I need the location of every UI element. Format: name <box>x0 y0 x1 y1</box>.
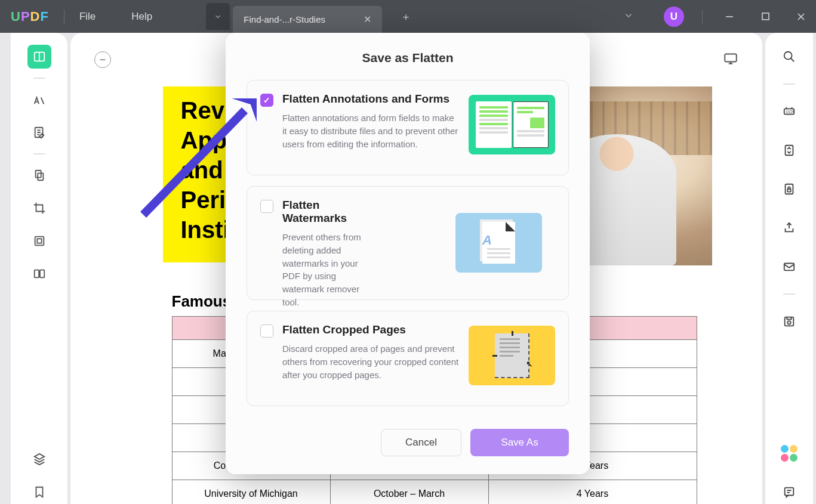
divider <box>783 293 795 295</box>
svg-rect-8 <box>35 237 44 246</box>
tab-home-button[interactable] <box>206 3 230 30</box>
user-avatar[interactable]: U <box>664 7 684 27</box>
svg-rect-19 <box>784 264 795 271</box>
notes-button[interactable] <box>777 480 801 504</box>
option-title: Flatten Cropped Pages <box>282 323 460 336</box>
svg-rect-9 <box>37 239 41 243</box>
email-button[interactable] <box>777 255 801 279</box>
tab-current[interactable]: Find-and-...r-Studies ✕ <box>233 6 382 33</box>
save-button[interactable] <box>777 310 801 333</box>
chevron-down-icon[interactable] <box>623 10 634 23</box>
svg-rect-12 <box>725 54 737 61</box>
cancel-button[interactable]: Cancel <box>381 429 461 456</box>
option-description: Flatten annotations and form fields to m… <box>282 112 460 150</box>
app-logo: UPDF <box>11 9 49 24</box>
window-minimize-button[interactable] <box>720 8 738 26</box>
left-sidebar <box>11 33 67 504</box>
tabs: Find-and-...r-Studies ✕ ＋ <box>206 0 415 33</box>
dialog-title: Save as Flatten <box>247 51 569 65</box>
svg-point-21 <box>787 321 791 324</box>
window-close-button[interactable] <box>792 8 810 26</box>
checkbox-flatten-annotations[interactable] <box>260 94 273 107</box>
option-title: Flatten Watermarks <box>282 199 364 225</box>
illustration-watermark-icon: A <box>455 213 542 273</box>
search-button[interactable] <box>777 45 801 69</box>
window-controls: U <box>623 7 810 27</box>
presentation-button[interactable] <box>723 51 738 69</box>
svg-point-13 <box>784 52 792 60</box>
divider <box>64 10 64 24</box>
illustration-annotations-icon <box>469 95 555 154</box>
layers-button[interactable] <box>27 447 51 471</box>
compare-tool-button[interactable] <box>27 262 51 286</box>
crop-tool-button[interactable] <box>27 196 51 220</box>
option-flatten-watermarks[interactable]: Flatten Watermarks Prevent others from d… <box>247 186 569 300</box>
illustration-crop-icon: ↖ <box>469 326 555 385</box>
organize-pages-button[interactable] <box>27 163 51 187</box>
titlebar: UPDF File Help Find-and-...r-Studies ✕ ＋… <box>0 0 816 33</box>
svg-rect-1 <box>762 13 769 20</box>
divider <box>702 10 703 23</box>
option-description: Discard cropped area of pages and preven… <box>282 342 460 381</box>
svg-rect-11 <box>39 270 44 278</box>
table-row: University of MichiganOctober – March4 Y… <box>172 480 697 505</box>
window-maximize-button[interactable] <box>756 8 774 26</box>
reader-mode-button[interactable] <box>27 45 51 69</box>
option-title: Flatten Annotations and Forms <box>282 92 460 106</box>
save-as-button[interactable]: Save As <box>470 429 569 456</box>
option-flatten-cropped[interactable]: Flatten Cropped Pages Discard cropped ar… <box>247 311 569 406</box>
svg-rect-22 <box>785 488 794 496</box>
svg-text:OCR: OCR <box>786 110 795 114</box>
svg-rect-18 <box>787 189 791 192</box>
new-tab-button[interactable]: ＋ <box>397 8 415 26</box>
svg-rect-10 <box>34 270 38 278</box>
menu-file[interactable]: File <box>79 11 96 23</box>
divider <box>783 84 795 85</box>
convert-button[interactable] <box>777 138 801 162</box>
dialog-actions: Cancel Save As <box>247 417 569 456</box>
zoom-out-button[interactable]: − <box>94 51 111 68</box>
watermark-tool-button[interactable] <box>27 229 51 253</box>
checkbox-flatten-cropped[interactable] <box>260 324 273 338</box>
edit-tool-button[interactable] <box>27 120 51 144</box>
divider <box>33 78 45 79</box>
option-description: Prevent others from deleting added water… <box>282 231 364 309</box>
menu-help[interactable]: Help <box>131 11 152 23</box>
bookmark-button[interactable] <box>27 480 51 504</box>
tab-title: Find-and-...r-Studies <box>244 14 346 24</box>
divider <box>33 153 45 154</box>
ai-assistant-button[interactable] <box>777 441 801 465</box>
tab-close-icon[interactable]: ✕ <box>364 14 371 25</box>
protect-button[interactable] <box>777 177 801 201</box>
right-sidebar: OCR <box>765 33 813 504</box>
checkbox-flatten-watermarks[interactable] <box>260 200 273 213</box>
ocr-button[interactable]: OCR <box>777 100 801 123</box>
save-flatten-dialog: Save as Flatten Flatten Annotations and … <box>226 33 590 474</box>
option-flatten-annotations[interactable]: Flatten Annotations and Forms Flatten an… <box>247 80 569 175</box>
comment-tool-button[interactable] <box>27 88 51 112</box>
svg-rect-7 <box>38 173 43 180</box>
share-button[interactable] <box>777 216 801 240</box>
